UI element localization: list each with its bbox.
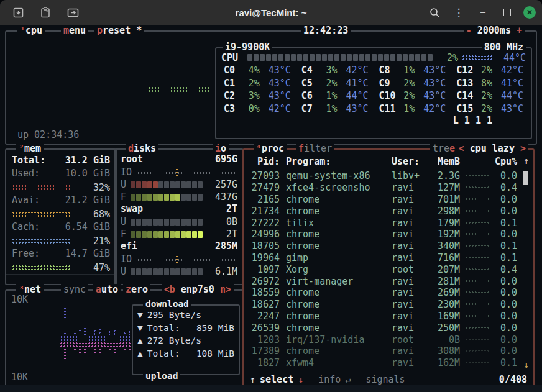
- process-pid: 1203: [249, 334, 280, 345]
- bar-block: [198, 194, 203, 201]
- process-pid: 2247: [249, 311, 280, 322]
- process-row[interactable]: 2247chromeravi169M0.0: [249, 311, 516, 322]
- signals-button[interactable]: signals: [365, 374, 405, 385]
- cpu-total-mini-graph: [462, 55, 494, 60]
- close-button[interactable]: ✕: [523, 6, 536, 19]
- process-row[interactable]: 18627chromeravi230M0.0: [249, 299, 516, 311]
- bar-block: [170, 194, 175, 201]
- preset-button[interactable]: preset *: [94, 25, 144, 36]
- info-button[interactable]: info: [318, 374, 341, 385]
- sort-prev-button[interactable]: <: [459, 143, 464, 154]
- process-row[interactable]: 18559chromeravi269M0.0: [249, 287, 516, 299]
- net-graph-column: [108, 348, 112, 352]
- process-cpu-graph: [465, 256, 490, 260]
- process-row[interactable]: 2165chromeravi701M0.0: [249, 194, 516, 206]
- titlebar[interactable]: ravi@TecMint: ~ ⋮ – ✕: [0, 0, 542, 25]
- disk-title-row: efi285M: [121, 240, 237, 253]
- menu-kebab-icon[interactable]: ⋮: [451, 5, 467, 20]
- process-program: chrome: [280, 194, 392, 205]
- process-user: ravi: [392, 276, 428, 287]
- bar-block: [142, 231, 147, 238]
- select-down-icon[interactable]: ↓: [298, 374, 303, 385]
- paste-icon[interactable]: [37, 5, 53, 20]
- select-button[interactable]: select: [260, 374, 293, 385]
- process-cpu: 0.0: [495, 206, 517, 217]
- process-cpu: 0.1: [495, 252, 517, 263]
- bar-block: [334, 54, 339, 61]
- process-row[interactable]: 27479xfce4-screenshoravi127M0.4: [249, 182, 516, 194]
- minimize-button[interactable]: –: [475, 5, 491, 20]
- search-icon[interactable]: [426, 5, 443, 20]
- process-row[interactable]: 17389chromeravi308M0.0: [249, 345, 516, 357]
- core-name: C12: [456, 65, 479, 76]
- core-temp: 42°C: [415, 103, 446, 114]
- bar-block: [147, 194, 152, 201]
- process-cpu: 0.0: [495, 322, 517, 334]
- scrollbar-thumb[interactable]: [523, 171, 528, 185]
- core-percent: 2%: [479, 103, 492, 114]
- process-row[interactable]: 26539chromeravi250M0.0: [249, 322, 516, 334]
- core-name: C2: [224, 90, 246, 101]
- bar-block: [175, 194, 180, 201]
- process-program: chrome: [280, 206, 392, 217]
- process-row[interactable]: 1827xfwm4ravi162M0.1: [249, 357, 516, 369]
- bar-block: [175, 219, 180, 226]
- cpu-core-cell: C43%42°C: [301, 64, 369, 77]
- process-row[interactable]: 19964gimpravi716M0.1: [249, 252, 516, 264]
- sort-selector[interactable]: < cpu lazy >: [456, 143, 528, 154]
- process-row[interactable]: 27222tilixravi179M0.1: [249, 217, 516, 229]
- maximize-button[interactable]: [499, 5, 515, 20]
- process-row[interactable]: 21734chromeravi298M0.0: [249, 205, 516, 217]
- new-session-down-icon[interactable]: [10, 5, 26, 20]
- cpu-core-column: C122%42°CC138%41°CC142%44°CC152%43°C: [451, 64, 528, 115]
- process-program: chrome: [280, 322, 392, 334]
- process-pid: 18627: [249, 299, 280, 310]
- process-user: ravi: [392, 299, 428, 310]
- process-row[interactable]: 1203irq/137-nvidiaroot0B0.0: [249, 334, 516, 345]
- disk-title-row: swap2T: [121, 203, 237, 216]
- disk-name: root: [121, 153, 143, 166]
- cpu-core-cell: C52%41°C: [301, 77, 369, 90]
- interface-selector[interactable]: <b enp7s0 n>: [162, 284, 234, 295]
- scroll-up-icon[interactable]: ↑: [523, 155, 529, 166]
- process-user: ravi: [392, 240, 428, 252]
- disk-bar-value: 6.1M: [211, 266, 237, 277]
- filter-button[interactable]: filter: [296, 143, 334, 154]
- process-row[interactable]: 26972virt-managerravi281M0.0: [249, 275, 516, 287]
- select-up-icon[interactable]: ↑: [250, 374, 255, 385]
- disk-bar-row: U6.1M: [121, 265, 237, 278]
- core-name: C1: [224, 78, 246, 89]
- process-row[interactable]: 24996chromeravi192M0.0: [249, 229, 516, 240]
- core-temp: 43°C: [415, 65, 446, 76]
- process-cpu: 0.1: [495, 357, 517, 368]
- refresh-interval: - 2000ms +: [464, 25, 525, 36]
- menu-button[interactable]: menu: [61, 25, 88, 36]
- core-temp: 43°C: [415, 90, 446, 101]
- download-graph: [63, 299, 133, 335]
- scroll-down-icon[interactable]: ↓: [523, 359, 529, 370]
- sort-next-button[interactable]: >: [520, 143, 526, 154]
- bar-block: [198, 231, 203, 238]
- cpu-core-cell: C142%44°C: [456, 89, 523, 103]
- disks-box-title[interactable]: disks: [126, 143, 158, 154]
- process-pid: 21734: [249, 206, 280, 217]
- process-cpu-graph: [465, 232, 490, 236]
- process-row[interactable]: 1097Xorgroot207M0.4: [249, 263, 516, 275]
- interval-plus-button[interactable]: +: [517, 25, 522, 36]
- auto-toggle[interactable]: auto: [93, 284, 121, 295]
- tree-toggle[interactable]: tree: [430, 143, 457, 154]
- new-session-right-icon[interactable]: [65, 5, 81, 20]
- interval-minus-button[interactable]: -: [466, 25, 472, 36]
- process-row[interactable]: 18705chromeravi340M0.1: [249, 240, 516, 252]
- io-toggle[interactable]: io: [213, 143, 229, 154]
- sync-toggle[interactable]: sync: [61, 284, 88, 295]
- upload-speed: 272 Byte/s: [147, 335, 201, 345]
- zero-toggle[interactable]: zero: [123, 284, 150, 295]
- process-mem: 127M: [428, 182, 460, 193]
- core-percent: 0%: [246, 103, 260, 114]
- process-row[interactable]: 27093qemu-system-x86libv+2.3G0.0: [249, 170, 516, 182]
- bar-block: [153, 219, 158, 226]
- cpu-box: ¹cpu menu preset * 12:42:23 - 2000ms + u…: [5, 30, 537, 145]
- mem-row: Total:31.2 GiB: [12, 155, 110, 168]
- mem-meter: [12, 185, 70, 191]
